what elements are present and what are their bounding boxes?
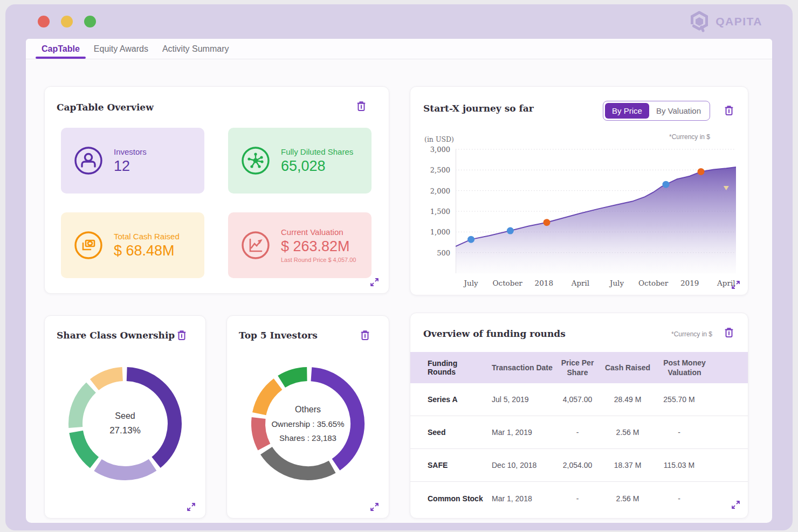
zoom-button[interactable] bbox=[84, 16, 96, 27]
delete-widget-icon[interactable] bbox=[176, 329, 188, 342]
col-header-post-money-valuation: Post Money Valuation bbox=[661, 358, 749, 377]
delete-widget-icon[interactable] bbox=[355, 100, 367, 113]
cell-cash: 28.49 M bbox=[602, 395, 661, 404]
expand-widget-icon[interactable] bbox=[187, 502, 196, 512]
tooltip-label: Seed bbox=[79, 411, 171, 421]
cell-round: SAFE bbox=[410, 461, 487, 469]
cell-price: 4,057.00 bbox=[553, 395, 602, 404]
chart-mode-toggle: By Price By Valuation bbox=[603, 101, 710, 121]
x-tick-label: July bbox=[610, 279, 624, 287]
funding-rounds-table: Funding Rounds Transaction Date Price Pe… bbox=[410, 352, 748, 515]
y-tick-label: 2,500 bbox=[430, 166, 450, 174]
tab-bar: CapTable Equity Awards Activity Summary bbox=[26, 39, 772, 59]
cell-date: Mar 1, 2018 bbox=[487, 494, 553, 503]
toggle-by-price[interactable]: By Price bbox=[605, 103, 649, 119]
stat-tile-current-valuation: Current Valuation $ 263.82M Last Round P… bbox=[228, 212, 372, 278]
table-header-row: Funding Rounds Transaction Date Price Pe… bbox=[410, 352, 748, 383]
share-class-donut-chart[interactable]: Seed 27.13% bbox=[61, 360, 189, 487]
donut-segment[interactable] bbox=[281, 374, 307, 382]
x-tick-label: 2018 bbox=[535, 279, 553, 287]
card-title: Overview of funding rounds bbox=[423, 328, 566, 339]
stat-label: Total Cash Raised bbox=[114, 232, 180, 241]
expand-widget-icon[interactable] bbox=[731, 500, 740, 509]
x-tick-label: July bbox=[464, 279, 478, 287]
cell-cash: 2.56 M bbox=[602, 494, 661, 503]
stat-label: Current Valuation bbox=[281, 227, 356, 237]
tooltip-shares: Shares : 23,183 bbox=[262, 433, 354, 443]
top-5-investors-card: Top 5 Investors Others Ownership : 35.65… bbox=[226, 315, 389, 519]
cash-icon bbox=[73, 230, 104, 261]
y-tick-label: 3,000 bbox=[430, 146, 450, 154]
donut-segment[interactable] bbox=[76, 432, 94, 462]
cell-valuation: 255.70 M bbox=[661, 395, 749, 404]
currency-note: *Currency in $ bbox=[671, 330, 712, 338]
cell-round: Seed bbox=[410, 428, 487, 437]
stat-value: $ 263.82M bbox=[281, 238, 356, 255]
y-tick-label: 2,000 bbox=[430, 186, 450, 195]
donut-tooltip: Others Ownership : 35.65% Shares : 23,18… bbox=[262, 405, 354, 443]
stat-subtext: Last Round Price $ 4,057.00 bbox=[281, 257, 356, 263]
table-row[interactable]: Seed Mar 1, 2019 - 2.56 M - bbox=[410, 416, 748, 449]
y-tick-label: 500 bbox=[437, 248, 450, 257]
stat-value: $ 68.48M bbox=[114, 243, 180, 259]
x-tick-label: October bbox=[638, 279, 668, 287]
card-title: Start-X journey so far bbox=[423, 103, 534, 114]
top-investors-donut-chart[interactable]: Others Ownership : 35.65% Shares : 23,18… bbox=[244, 360, 372, 487]
x-tick-label: 2019 bbox=[680, 279, 699, 287]
valuation-icon bbox=[240, 230, 271, 261]
toggle-by-valuation[interactable]: By Valuation bbox=[649, 103, 708, 119]
app-window: QAPITA CapTable Equity Awards Activity S… bbox=[5, 4, 793, 530]
delete-widget-icon[interactable] bbox=[723, 104, 735, 117]
donut-segment[interactable] bbox=[266, 451, 332, 473]
donut-segment[interactable] bbox=[94, 374, 122, 385]
currency-note: *Currency in $ bbox=[669, 133, 710, 141]
stat-label: Fully Diluted Shares bbox=[281, 147, 353, 156]
cell-date: Mar 1, 2019 bbox=[487, 428, 553, 437]
expand-widget-icon[interactable] bbox=[370, 502, 379, 512]
cell-date: Jul 5, 2019 bbox=[487, 395, 553, 404]
tab-equity-awards[interactable]: Equity Awards bbox=[87, 39, 155, 59]
y-axis: 3,0002,5002,0001,5001,000500 bbox=[424, 146, 456, 274]
cell-price: 2,054.00 bbox=[553, 461, 602, 469]
cell-price: - bbox=[553, 494, 602, 503]
tab-activity-summary[interactable]: Activity Summary bbox=[155, 39, 236, 59]
stat-tile-investors: Investors 12 bbox=[61, 128, 204, 194]
table-row[interactable]: SAFE Dec 10, 2018 2,054.00 18.37 M 115.0… bbox=[410, 449, 748, 482]
card-title: CapTable Overview bbox=[57, 102, 154, 113]
minimize-button[interactable] bbox=[61, 16, 73, 27]
titlebar: QAPITA bbox=[5, 4, 793, 39]
card-title: Top 5 Investors bbox=[239, 330, 318, 341]
donut-segment[interactable] bbox=[98, 465, 153, 473]
cell-round: Common Stock bbox=[410, 494, 487, 503]
x-axis: JulyOctober2018AprilJulyOctober2019April bbox=[456, 279, 736, 292]
tab-captable[interactable]: CapTable bbox=[35, 39, 87, 59]
col-header-cash-raised: Cash Raised bbox=[602, 363, 661, 372]
delete-widget-icon[interactable] bbox=[359, 329, 371, 342]
stat-tile-total-cash-raised: Total Cash Raised $ 68.48M bbox=[61, 212, 204, 278]
expand-widget-icon[interactable] bbox=[370, 278, 379, 287]
area-chart[interactable]: 3,0002,5002,0001,5001,000500 bbox=[424, 146, 736, 274]
delete-widget-icon[interactable] bbox=[723, 326, 735, 339]
axis-unit-label: (in USD) bbox=[424, 135, 454, 143]
cell-cash: 18.37 M bbox=[602, 461, 661, 469]
donut-tooltip: Seed 27.13% bbox=[79, 411, 171, 436]
funding-rounds-card: Overview of funding rounds *Currency in … bbox=[410, 313, 748, 519]
tooltip-ownership: Ownership : 35.65% bbox=[262, 419, 354, 429]
journey-chart-card: Start-X journey so far By Price By Valua… bbox=[410, 86, 748, 295]
captable-overview-card: CapTable Overview Investors 12 bbox=[44, 86, 389, 294]
x-tick-label: April bbox=[572, 279, 589, 287]
close-button[interactable] bbox=[38, 16, 50, 27]
cell-valuation: 115.03 M bbox=[661, 461, 749, 469]
y-tick-label: 1,000 bbox=[430, 228, 450, 236]
stat-label: Investors bbox=[114, 147, 147, 156]
table-row[interactable]: Common Stock Mar 1, 2018 - 2.56 M - bbox=[410, 482, 748, 515]
qapita-logo-icon bbox=[689, 10, 710, 33]
expand-widget-icon[interactable] bbox=[731, 280, 740, 289]
x-tick-label: October bbox=[493, 279, 522, 287]
stat-tile-fully-diluted-shares: Fully Diluted Shares 65,028 bbox=[228, 128, 372, 194]
investors-icon bbox=[73, 145, 104, 176]
table-row[interactable]: Series A Jul 5, 2019 4,057.00 28.49 M 25… bbox=[410, 383, 748, 416]
card-title: Share Class Ownership bbox=[57, 330, 175, 341]
col-header-funding-rounds: Funding Rounds bbox=[410, 359, 487, 376]
shares-icon bbox=[240, 145, 271, 176]
